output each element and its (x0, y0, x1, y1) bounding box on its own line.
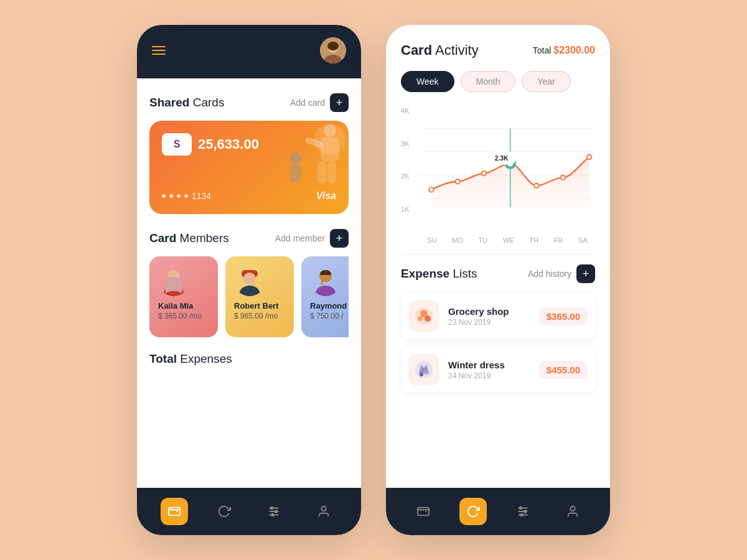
svg-point-56 (570, 506, 575, 511)
shared-cards-section: Shared Cards Add card + (149, 93, 349, 214)
svg-point-3 (327, 42, 339, 50)
member-amount-2: $ 965.00 /mo (234, 312, 285, 320)
svg-point-5 (324, 124, 336, 137)
nav-wallet-icon[interactable] (161, 498, 188, 525)
svg-point-18 (316, 286, 336, 296)
left-header (137, 25, 361, 78)
card-logo: S (162, 133, 192, 156)
svg-point-38 (482, 171, 487, 176)
expense-lists-section: Expense Lists Add history + (401, 264, 595, 400)
grocery-icon (408, 301, 439, 332)
nav-sliders-icon[interactable] (260, 498, 288, 525)
member-card-2[interactable]: Robert Bert $ 965.00 /mo (225, 256, 294, 337)
period-tabs: Week Month Year (401, 71, 595, 92)
members-grid: Kaila Mia $ 365.00 /mo Robert Bert $ 965… (149, 256, 349, 337)
svg-rect-49 (418, 508, 429, 516)
card-members-title: Card Members (149, 231, 229, 245)
svg-point-47 (420, 373, 423, 376)
chart-divider (401, 254, 595, 254)
svg-point-36 (429, 187, 434, 192)
right-nav-wallet-icon[interactable] (410, 498, 437, 525)
member-amount-1: $ 365.00 /mo (158, 312, 209, 320)
right-bottom-nav (386, 488, 610, 535)
right-nav-refresh-icon[interactable] (459, 498, 487, 525)
shared-cards-title: Shared Cards (149, 96, 224, 110)
expense-date-2: 24 Nov 2019 (448, 371, 530, 380)
card-last-digits: 1134 (192, 191, 211, 201)
svg-point-23 (271, 507, 273, 510)
avatar[interactable] (320, 37, 346, 63)
nav-refresh-icon[interactable] (210, 498, 238, 525)
add-history-button[interactable]: Add history + (528, 264, 595, 283)
member-amount-3: $ 750.00 / (310, 312, 349, 320)
expense-info-2: Winter dress 24 Nov 2019 (448, 360, 530, 380)
add-card-button[interactable]: Add card + (290, 93, 349, 112)
member-avatar-3 (310, 265, 341, 296)
credit-card[interactable]: S 25,633.00 1134 Visa (149, 121, 349, 214)
svg-point-25 (271, 514, 274, 516)
svg-point-41 (587, 155, 592, 160)
svg-point-40 (561, 175, 566, 180)
chart-svg: 2.3K (420, 107, 595, 231)
svg-point-53 (520, 507, 522, 510)
right-nav-person-icon[interactable] (559, 498, 586, 525)
shared-cards-header: Shared Cards Add card + (149, 93, 349, 112)
svg-text:2.3K: 2.3K (495, 155, 509, 162)
expense-item-1[interactable]: Grocery shop 23 Nov 2019 $365.00 (401, 293, 595, 339)
member-card-1[interactable]: Kaila Mia $ 365.00 /mo (149, 256, 218, 337)
right-phone: Card Activity Total $2300.00 Week Month … (386, 25, 610, 535)
tab-month[interactable]: Month (461, 71, 516, 92)
card-balance: 25,633.00 (198, 136, 259, 152)
expense-info-1: Grocery shop 23 Nov 2019 (448, 306, 530, 327)
svg-rect-7 (317, 162, 326, 184)
svg-point-15 (243, 273, 256, 285)
svg-point-10 (290, 152, 301, 164)
right-nav-sliders-icon[interactable] (509, 498, 537, 525)
left-content: Shared Cards Add card + (137, 78, 361, 488)
svg-point-24 (275, 510, 278, 513)
member-avatar-2 (234, 265, 265, 296)
svg-rect-11 (290, 164, 301, 182)
svg-point-48 (424, 370, 429, 375)
add-history-plus-icon[interactable]: + (576, 264, 595, 283)
expense-date-1: 23 Nov 2019 (448, 318, 530, 327)
left-bottom-nav (137, 488, 361, 535)
svg-rect-8 (327, 162, 336, 184)
chart-wrapper: 4K 3K 2K 1K (401, 107, 595, 244)
svg-point-44 (425, 315, 431, 322)
card-activity-header: Card Activity Total $2300.00 (401, 42, 595, 58)
tab-week[interactable]: Week (401, 71, 454, 92)
svg-point-45 (418, 316, 423, 321)
add-card-plus-icon[interactable]: + (330, 93, 349, 112)
member-card-3[interactable]: Raymond $ 750.00 / (301, 256, 349, 337)
expense-title: Expense Lists (401, 267, 477, 281)
card-members-section: Card Members Add member + (149, 229, 349, 337)
tab-year[interactable]: Year (522, 71, 570, 92)
chart-x-labels: SU MO TU WE TH FR SA (420, 236, 595, 244)
expense-name-1: Grocery shop (448, 306, 530, 317)
expense-name-2: Winter dress (448, 360, 530, 370)
card-members-header: Card Members Add member + (149, 229, 349, 248)
total-expenses-section: Total Expenses (149, 352, 349, 366)
member-name-3: Raymond (310, 301, 349, 310)
add-member-plus-icon[interactable]: + (330, 229, 349, 248)
add-member-button[interactable]: Add member + (275, 229, 349, 248)
card-dots: 1134 (162, 191, 211, 201)
nav-person-icon[interactable] (310, 498, 337, 525)
svg-rect-6 (321, 137, 339, 162)
svg-point-37 (455, 179, 460, 184)
total-expenses-title: Total Expenses (149, 352, 349, 366)
menu-icon[interactable] (152, 46, 166, 55)
expense-amount-1: $365.00 (539, 307, 588, 325)
expense-item-2[interactable]: Winter dress 24 Nov 2019 $455.00 (401, 347, 595, 393)
dress-icon (408, 354, 439, 385)
svg-point-54 (524, 510, 527, 513)
svg-point-55 (520, 514, 523, 516)
expense-amount-2: $455.00 (539, 361, 588, 379)
member-name-2: Robert Bert (234, 301, 285, 310)
chart-y-labels: 4K 3K 2K 1K (401, 107, 409, 213)
member-avatar-1 (158, 265, 189, 296)
activity-title: Card Activity (401, 42, 479, 58)
member-name-1: Kaila Mia (158, 301, 209, 310)
svg-point-26 (321, 506, 326, 511)
